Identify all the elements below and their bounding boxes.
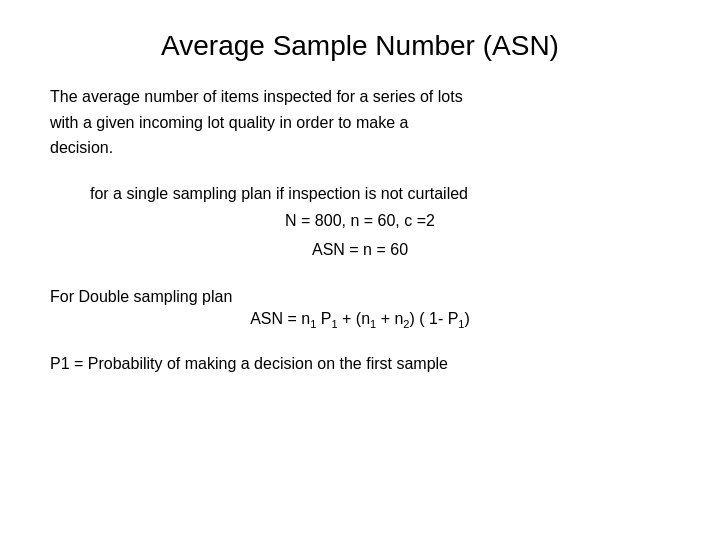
single-plan-section: for a single sampling plan if inspection…: [50, 185, 670, 265]
single-formula1: N = 800, n = 60, c =2: [50, 207, 670, 236]
p1-definition: P1 = Probability of making a decision on…: [50, 355, 670, 373]
double-plan-section: For Double sampling plan ASN = n1 P1 + (…: [50, 288, 670, 330]
intro-line1: The average number of items inspected fo…: [50, 88, 463, 105]
page-container: Average Sample Number (ASN) The average …: [0, 0, 720, 540]
intro-paragraph: The average number of items inspected fo…: [50, 84, 670, 161]
double-plan-label: For Double sampling plan: [50, 288, 670, 306]
single-plan-intro: for a single sampling plan if inspection…: [50, 185, 670, 203]
single-plan-formulas: N = 800, n = 60, c =2 ASN = n = 60: [50, 207, 670, 265]
page-title: Average Sample Number (ASN): [50, 30, 670, 62]
single-formula2: ASN = n = 60: [50, 236, 670, 265]
double-plan-formula: ASN = n1 P1 + (n1 + n2) ( 1- P1): [50, 310, 670, 330]
intro-line3: decision.: [50, 139, 113, 156]
intro-line2: with a given incoming lot quality in ord…: [50, 114, 408, 131]
